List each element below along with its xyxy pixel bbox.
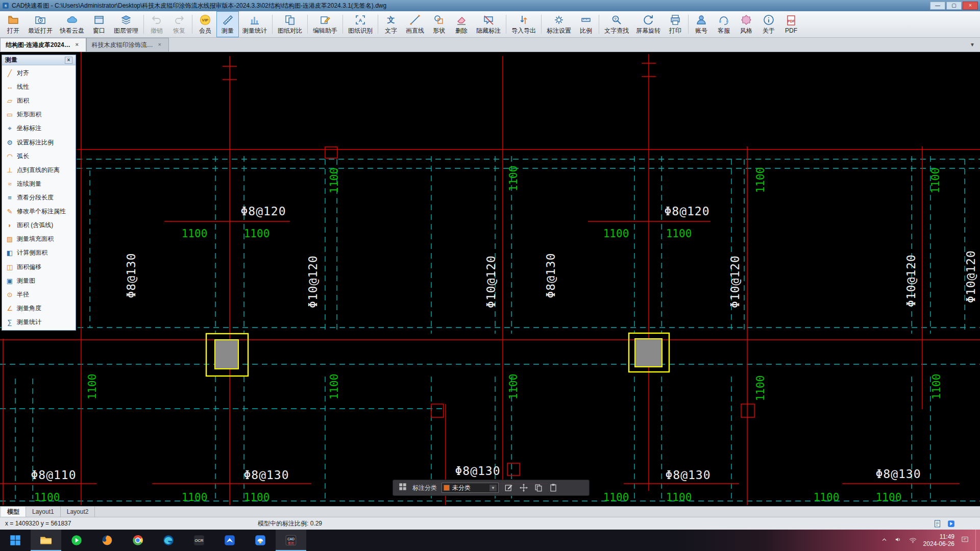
toolbar-button-redo[interactable]: 恢复 [168, 11, 190, 37]
measure-tool-area-offset[interactable]: ◫面积偏移 [2, 260, 76, 274]
taskbar-cad-viewer-button[interactable]: CAD看图 [276, 530, 306, 551]
measure-tool-label: 矩形面积 [17, 110, 41, 119]
toolbar-button-shape[interactable]: 形状 [428, 11, 450, 37]
measure-tool-side-area[interactable]: ◧计算侧面积 [2, 246, 76, 260]
toolbar-button-scale[interactable]: 比例 [575, 11, 597, 37]
maximize-button[interactable]: ▢ [946, 2, 962, 10]
layout-tab-模型[interactable]: 模型 [1, 507, 26, 517]
doc-tab-1[interactable]: 结构图-连港皮革2024…× [0, 38, 86, 52]
toolbar-button-compare[interactable]: 图纸对比 [274, 11, 306, 37]
toolbar-button-account[interactable]: 账号 [690, 11, 713, 37]
measure-tool-area[interactable]: ▱面积 [2, 94, 76, 108]
taskbar-edge-button[interactable] [153, 530, 184, 551]
taskbar-clock[interactable]: 11:49 2024-06-26 [923, 533, 954, 547]
taskbar-blue-tool-button[interactable] [214, 530, 245, 551]
toolbar-button-print[interactable]: 打印 [664, 11, 687, 37]
taskbar-chrome-button[interactable] [122, 530, 153, 551]
toolbar-button-undo[interactable]: 撤销 [145, 11, 168, 37]
layout-tab-Layout1[interactable]: Layout1 [26, 507, 61, 517]
tray-network-button[interactable] [909, 535, 917, 546]
paste-annotation-button[interactable] [548, 482, 559, 493]
network-icon [909, 535, 917, 544]
toolbar-button-open[interactable]: 打开 [2, 11, 24, 37]
svg-text:OCR: OCR [195, 538, 204, 543]
toolbar-button-text[interactable]: 文文字 [380, 11, 402, 37]
toolbar-button-label: 账号 [695, 27, 707, 35]
doc-tab-2[interactable]: 科技木皮辊印涂饰流…× [86, 38, 169, 52]
measure-tool-coord[interactable]: ⌖坐标标注 [2, 121, 76, 135]
toolbar-button-layers[interactable]: 图层管理 [110, 11, 142, 37]
panel-close-button[interactable]: × [65, 57, 72, 64]
taskbar-firefox-button[interactable] [92, 530, 122, 551]
measure-panel-titlebar[interactable]: 测量 × [2, 55, 76, 65]
measure-tool-fill-area[interactable]: ▨测量填充面积 [2, 232, 76, 246]
measure-tool-rect-area[interactable]: ▭矩形面积 [2, 108, 76, 121]
measure-tool-area-arc[interactable]: ◗面积 (含弧线) [2, 218, 76, 232]
toolbar-separator [143, 15, 144, 34]
move-annotation-button[interactable] [518, 482, 529, 493]
measure-tool-angle[interactable]: ∠测量角度 [2, 302, 76, 315]
measure-tool-arc-length[interactable]: ◠弧长 [2, 149, 76, 163]
layout-tab-Layout2[interactable]: Layout2 [61, 507, 95, 517]
cad-canvas[interactable]: 1100110011001100110011001100110011001100… [0, 52, 980, 506]
notes-icon[interactable] [933, 519, 942, 528]
toolbar-button-style[interactable]: 风格 [735, 11, 757, 37]
show-desktop-button[interactable] [975, 530, 978, 551]
close-button[interactable]: × [963, 2, 978, 10]
radius-icon: ⊙ [6, 291, 14, 298]
toolbar-button-edit-helper[interactable]: 编辑助手 [309, 11, 341, 37]
measure-tool-radius[interactable]: ⊙半径 [2, 288, 76, 302]
toolbar-button-window[interactable]: 窗口 [88, 11, 110, 37]
measure-tool-continuous[interactable]: ≈连续测量 [2, 177, 76, 191]
quick-app-icon[interactable] [947, 519, 955, 528]
tray-volume-button[interactable] [894, 535, 903, 546]
angle-icon: ∠ [6, 305, 14, 312]
tab-close-icon[interactable]: × [156, 41, 163, 48]
toolbar-button-cloud[interactable]: 快看云盘 [56, 11, 88, 37]
measure-tool-modify[interactable]: ✎修改单个标注属性 [2, 205, 76, 218]
measure-tool-segments[interactable]: ≡查看分段长度 [2, 191, 76, 205]
measure-tool-label: 连续测量 [17, 180, 41, 188]
toolbar-button-annot-settings[interactable]: 标注设置 [543, 11, 575, 37]
toolbar-button-about[interactable]: 关于 [757, 11, 780, 37]
toolbar-button-vip[interactable]: VIP会员 [194, 11, 216, 37]
measure-tool-point-line[interactable]: ⊥点到直线的距离 [2, 163, 76, 177]
cad-labels: 1100110011001100110011001100110011001100… [0, 52, 980, 506]
toolbar-button-service[interactable]: 客服 [713, 11, 735, 37]
compare-icon [284, 14, 296, 26]
tab-overflow-button[interactable]: ▼ [965, 42, 980, 47]
toolbar-button-pdf[interactable]: PDFPDF [780, 11, 802, 37]
toolbar-button-line[interactable]: 画直线 [402, 11, 428, 37]
copy-annotation-button[interactable] [533, 482, 544, 493]
toolbar-button-find-text[interactable]: 文文字查找 [601, 11, 632, 37]
measure-tool-set-scale[interactable]: ⚙设置标注比例 [2, 136, 76, 149]
measure-tool-align[interactable]: ╱对齐 [2, 66, 76, 80]
cad-rebar-text: Φ8@130 [243, 468, 289, 482]
toolbar-button-measure[interactable]: 测量 [216, 11, 239, 37]
measure-tool-stats[interactable]: ∑测量统计 [2, 315, 76, 329]
taskbar-netdisk-button[interactable] [245, 530, 276, 551]
cad-rebar-text: Φ10@120 [306, 255, 320, 308]
cad-dimension-text: 1100 [244, 228, 270, 240]
taskbar-ocr-button[interactable]: OCR [184, 530, 214, 551]
toolbar-button-recent[interactable]: 最近打开 [24, 11, 56, 37]
edit-annotation-button[interactable] [503, 482, 514, 493]
toolbar-button-recognize[interactable]: A图纸识别 [345, 11, 376, 37]
toolbar-button-measure-stats[interactable]: 测量统计 [239, 11, 271, 37]
modify-icon: ✎ [6, 208, 14, 215]
toolbar-button-delete[interactable]: 删除 [450, 11, 473, 37]
taskbar-explorer-button[interactable] [31, 530, 61, 551]
taskbar-iqiyi-button[interactable] [61, 530, 92, 551]
delete-icon [455, 14, 468, 26]
toolbar-button-import-export[interactable]: 导入导出 [508, 11, 540, 37]
action-center-icon[interactable] [961, 535, 969, 546]
taskbar-start-button[interactable] [0, 530, 31, 551]
toolbar-button-rotate[interactable]: 屏幕旋转 [632, 11, 664, 37]
measure-tool-linear[interactable]: ↔线性 [2, 80, 76, 94]
toolbar-button-hide-annot[interactable]: 隐藏标注 [473, 11, 504, 37]
measure-tool-measure-pic[interactable]: ▣测量图 [2, 274, 76, 288]
tray-hidden-button[interactable] [880, 535, 889, 546]
minimize-button[interactable]: — [930, 2, 945, 10]
category-select[interactable]: 未分类 ▼ [442, 483, 499, 493]
tab-close-icon[interactable]: × [74, 41, 81, 48]
